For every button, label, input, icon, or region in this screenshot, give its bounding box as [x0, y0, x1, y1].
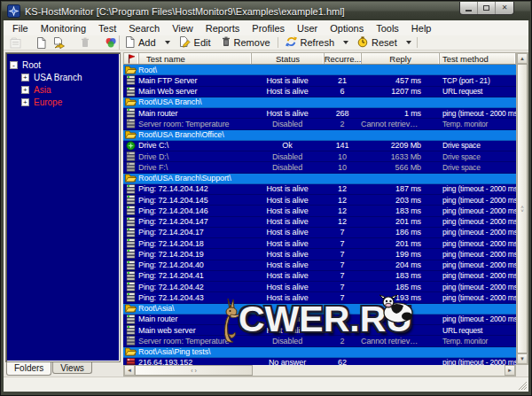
edit-button[interactable]: Edit [174, 35, 216, 50]
refresh-icon [286, 36, 297, 49]
test-reply: 1 ms [361, 109, 439, 118]
test-reply: 1633 Mb [361, 152, 439, 161]
folder-row[interactable]: Root\USA Branch\ [123, 97, 516, 108]
test-method: ping (timeout - 2000 ms) [439, 283, 516, 291]
colors-icon[interactable] [103, 36, 119, 50]
folder-row[interactable]: Root\ [123, 65, 516, 75]
reset-button[interactable]: Reset [352, 35, 403, 50]
test-row[interactable]: Ping: 72.14.204.41Host is alive7183 mspi… [123, 271, 516, 282]
refresh-button[interactable]: Refresh [280, 35, 340, 50]
resize-grip[interactable] [517, 380, 528, 391]
test-row[interactable]: Ping: 72.14.204.146Host is alive12183 ms… [123, 206, 516, 216]
test-row[interactable]: Main FTP ServerHost is alive21457 msTCP … [123, 75, 516, 86]
app-window: KS-HostMonitor [C:\Program Files\HostMon… [0, 0, 532, 396]
column-header-test-method[interactable]: Test method [440, 53, 515, 64]
tab-views[interactable]: Views [52, 362, 92, 374]
test-name: Ping: 72.14.204.17 [138, 228, 251, 237]
close-button[interactable]: ✕ [496, 2, 513, 14]
test-row[interactable]: Main web serverHost is aliveURL request [123, 325, 516, 336]
test-row[interactable]: Main routerHost is aliveping (timeout - … [123, 314, 516, 325]
reset-dropdown-arrow[interactable] [406, 41, 411, 44]
reset-icon [357, 36, 368, 50]
test-row[interactable]: 216.64.193.152No answer62ping (timeout -… [123, 358, 516, 365]
folder-row[interactable]: Root\Asia\ [123, 304, 516, 314]
test-row[interactable]: Main Web serverHost is alive61207 msURL … [123, 87, 516, 97]
add-button[interactable]: Add [120, 35, 161, 50]
refresh-dropdown-arrow[interactable] [343, 41, 348, 44]
scroll-down-button[interactable]: ▼ [517, 353, 528, 364]
column-header-flag[interactable] [124, 53, 139, 64]
expand-icon[interactable]: + [21, 86, 29, 94]
test-status: Disabled [251, 163, 324, 172]
horizontal-scrollbar[interactable]: ◄ ‹ › ► [123, 365, 516, 377]
test-row[interactable]: Ping: 72.14.204.19Host is alive7199 mspi… [123, 249, 516, 260]
test-recurrences: 141 [324, 141, 361, 150]
menu-item-monitoring[interactable]: Monitoring [35, 22, 92, 35]
test-name: Ping: 72.14.204.18 [138, 239, 251, 248]
horizontal-scroll-thumb[interactable]: ‹ › [135, 365, 253, 376]
maximize-button[interactable] [478, 2, 496, 14]
tree-item-root[interactable]: -Root [10, 58, 118, 71]
test-row[interactable]: Ping: 72.14.204.145Host is alive12203 ms… [123, 195, 516, 206]
vertical-scroll-thumb[interactable]: ˄˅ [517, 64, 528, 353]
test-row[interactable]: Drive C:\Ok1412209 MbDrive space [123, 141, 516, 151]
button-label: Remove [234, 37, 270, 48]
title-bar[interactable]: KS-HostMonitor [C:\Program Files\HostMon… [2, 2, 530, 20]
test-row[interactable]: Server room: TemperatureDisabled2Cannot … [123, 119, 516, 129]
menu-item-search[interactable]: Search [122, 22, 166, 35]
test-status: Disabled [251, 337, 324, 346]
menu-item-options[interactable]: Options [324, 22, 370, 35]
expand-icon[interactable]: + [21, 74, 29, 82]
test-method: ping (timeout - 2000 ms) [439, 206, 516, 215]
test-row[interactable]: Drive F:\Disabled10566 MbDrive space [123, 162, 516, 173]
scroll-up-button[interactable]: ▲ [517, 53, 528, 64]
minimize-button[interactable] [460, 2, 478, 14]
expand-icon[interactable]: + [21, 98, 29, 106]
test-status: Disabled [251, 152, 324, 161]
test-row[interactable]: Ping: 72.14.204.17Host is alive7186 mspi… [123, 228, 516, 238]
menu-item-file[interactable]: File [6, 22, 35, 35]
column-header-recurrences[interactable]: Recurre... [325, 53, 362, 64]
test-method: Temp. monitor [439, 120, 516, 128]
tree-item-europe[interactable]: +Europe [21, 96, 118, 108]
folder-row[interactable]: Root\Asia\Ping tests\ [123, 347, 516, 358]
column-header-test-name[interactable]: Test name [139, 53, 252, 64]
folder-row[interactable]: Root\USA Branch\Office\ [123, 130, 516, 141]
tab-folders[interactable]: Folders [6, 362, 51, 376]
server-alive-icon [123, 292, 138, 302]
menu-item-help[interactable]: Help [405, 22, 438, 35]
client-area: FileMonitoringTestSearchViewReportsProfi… [4, 20, 528, 392]
open-file-icon[interactable] [51, 36, 67, 50]
column-header-reply[interactable]: Reply [362, 53, 440, 64]
menu-item-tools[interactable]: Tools [370, 22, 405, 35]
test-recurrences: 12 [324, 196, 361, 205]
test-row[interactable]: Ping: 72.14.204.18Host is alive7201 mspi… [123, 238, 516, 249]
menu-item-user[interactable]: User [291, 22, 324, 35]
scroll-left-button[interactable]: ◄ [124, 365, 135, 376]
test-row[interactable]: Server room: TemperatureDisabled2Cannot … [123, 336, 516, 346]
test-recurrences: 7 [324, 293, 361, 302]
test-row[interactable]: Ping: 72.14.204.42Host is alive7185 mspi… [123, 282, 516, 292]
tree-item-asia[interactable]: +Asia [21, 83, 118, 96]
test-row[interactable]: Ping: 72.14.204.40Host is alive7204 mspi… [123, 260, 516, 271]
menu-item-test[interactable]: Test [92, 22, 122, 35]
remove-button[interactable]: Remove [216, 35, 276, 50]
menu-item-view[interactable]: View [166, 22, 200, 35]
folder-row[interactable]: Root\USA Branch\Support\ [123, 174, 516, 184]
tree-item-usa-branch[interactable]: +USA Branch [21, 71, 118, 83]
test-row[interactable]: Ping: 72.14.204.142Host is alive12187 ms… [123, 184, 516, 195]
column-header-status[interactable]: Status [252, 53, 325, 64]
vertical-scrollbar[interactable]: ▲ ˄˅ ▼ [516, 52, 528, 365]
collapse-icon[interactable]: - [10, 61, 18, 69]
server-alive-icon [123, 206, 138, 215]
test-row[interactable]: Ping: 72.14.204.43Host is alive7193 mspi… [123, 292, 516, 303]
menu-item-profiles[interactable]: Profiles [246, 22, 291, 35]
test-row[interactable]: Drive D:\Disabled101633 MbDrive space [123, 151, 516, 162]
menu-item-reports[interactable]: Reports [200, 22, 246, 35]
add-dropdown-arrow[interactable] [165, 41, 170, 44]
horizontal-scroll-track[interactable] [253, 365, 505, 376]
test-row[interactable]: Main routerHost is alive2681 msping (tim… [123, 108, 516, 119]
test-row[interactable]: Ping: 72.14.204.147Host is alive12201 ms… [123, 217, 516, 228]
new-file-icon[interactable] [33, 36, 49, 50]
scroll-right-button[interactable]: ► [505, 365, 515, 376]
